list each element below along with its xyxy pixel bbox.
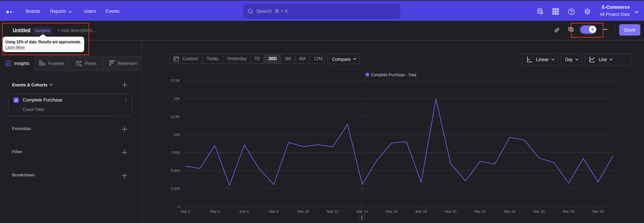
svg-text:Mar 24: Mar 24 — [504, 209, 515, 213]
svg-text:Mar 14: Mar 14 — [356, 209, 368, 213]
svg-text:Mar 10: Mar 10 — [298, 209, 309, 213]
svg-text:12.5K: 12.5K — [170, 115, 180, 119]
svg-text:Mar 26: Mar 26 — [533, 209, 545, 213]
svg-text:Mar 28: Mar 28 — [563, 209, 574, 213]
svg-text:Mar 4: Mar 4 — [210, 209, 220, 213]
svg-text:Mar 12: Mar 12 — [327, 209, 338, 213]
svg-text:Mar 6: Mar 6 — [240, 209, 249, 213]
svg-text:Mar 16: Mar 16 — [386, 209, 397, 213]
svg-text:Mar 20: Mar 20 — [445, 209, 456, 213]
svg-text:0: 0 — [178, 204, 180, 209]
svg-text:Mar 2: Mar 2 — [180, 209, 190, 213]
svg-text:Mar 18: Mar 18 — [416, 209, 427, 213]
svg-text:2,500: 2,500 — [171, 186, 180, 191]
svg-text:Mar 8: Mar 8 — [269, 209, 278, 213]
svg-text:5,000: 5,000 — [171, 169, 180, 173]
svg-text:Mar 22: Mar 22 — [474, 209, 486, 213]
svg-text:Mar 30: Mar 30 — [592, 209, 604, 213]
svg-text:17.5K: 17.5K — [170, 78, 180, 83]
svg-text:7,500: 7,500 — [171, 151, 180, 155]
svg-text:15K: 15K — [174, 97, 180, 101]
svg-text:10K: 10K — [174, 133, 180, 137]
